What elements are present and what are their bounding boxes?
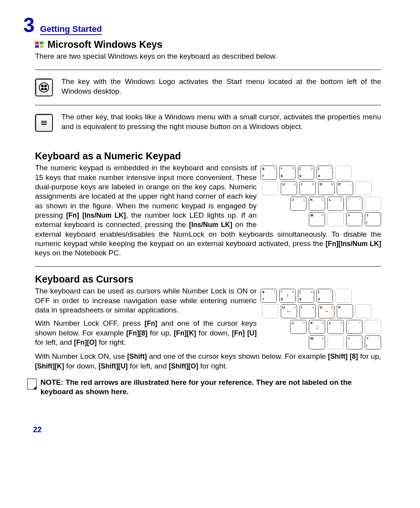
section-title-cursors: Keyboard as Cursors [35, 274, 381, 285]
menu-key-icon [35, 114, 53, 132]
keycap [355, 181, 372, 195]
keycap [327, 335, 344, 349]
keycap: M0 [309, 212, 325, 226]
keypad-figure-2: &77*88↑(99)*0U4←I5O6→P-J1K2↓L3:+;M0>..?/… [261, 289, 381, 349]
section-title-windows-keys: Microsoft Windows Keys [35, 39, 381, 50]
keycap [262, 304, 278, 318]
keycap: J1 [290, 320, 306, 334]
keycap: L3 [327, 320, 344, 334]
section-title-numeric-keypad: Keyboard as a Numeric Keypad [35, 150, 381, 162]
manual-page: 3 Getting Started Microsoft Windows Keys… [0, 0, 420, 508]
svg-rect-5 [44, 85, 47, 87]
keycap: :+; [346, 320, 362, 334]
section3-p3: With Number Lock ON, use [Shift] and one… [35, 352, 381, 371]
note-block: NOTE: The red arrows are illustrated her… [23, 378, 381, 396]
windows-logo-key-row: The key with the Windows Logo activates … [35, 77, 381, 96]
keycap: >.. [346, 212, 362, 226]
keycap: P- [337, 304, 353, 318]
page-number: 22 [33, 425, 42, 434]
keycap: &77 [261, 166, 277, 180]
keycap [335, 289, 352, 303]
divider [35, 266, 381, 267]
note-icon [27, 379, 37, 389]
menu-key-desc: The other key, that looks like a Windows… [61, 112, 381, 131]
chapter-number: 3 [23, 15, 35, 35]
keycap [355, 304, 372, 318]
keycap [365, 197, 381, 211]
svg-rect-2 [35, 45, 39, 48]
section1-intro: There are two special Windows keys on th… [35, 52, 381, 61]
keycap: I5 [299, 181, 316, 195]
keypad-figure-1: &77*88(99)*0U4I5O6P-J1K2L3:+;M0>..?// [261, 166, 381, 226]
keycap: P- [337, 181, 353, 195]
keycap: :+; [346, 197, 362, 211]
keycap: L3 [327, 197, 344, 211]
svg-rect-7 [44, 88, 47, 90]
keycap [262, 181, 278, 195]
windows-logo-key-desc: The key with the Windows Logo activates … [61, 77, 381, 96]
svg-rect-4 [41, 85, 44, 87]
keycap: I5 [299, 304, 316, 318]
section2-body: &77*88(99)*0U4I5O6P-J1K2L3:+;M0>..?// Th… [35, 163, 381, 258]
keycap: *88↑ [279, 289, 296, 303]
keycap: &77 [261, 289, 277, 303]
keycap: ?// [365, 335, 381, 349]
note-text: NOTE: The red arrows are illustrated her… [40, 378, 381, 396]
chapter-title: Getting Started [40, 24, 102, 34]
section3-body: &77*88↑(99)*0U4←I5O6→P-J1K2↓L3:+;M0>..?/… [35, 286, 381, 371]
divider [35, 105, 381, 105]
keycap: (99 [298, 289, 314, 303]
keycap: K2 [309, 197, 325, 211]
keycap: )*0 [317, 289, 333, 303]
divider [35, 70, 381, 70]
svg-rect-3 [40, 45, 44, 48]
keycap: J1 [290, 197, 306, 211]
svg-rect-0 [35, 42, 39, 44]
keycap: ?// [365, 212, 381, 226]
menu-key-row: The other key, that looks like a Windows… [35, 112, 381, 132]
svg-rect-1 [40, 42, 44, 44]
keycap: (99 [298, 166, 314, 180]
keycap: O6→ [318, 304, 334, 318]
keycap [365, 320, 381, 334]
chapter-header: 3 Getting Started [23, 15, 381, 35]
keycap: U4 [281, 181, 297, 195]
section-title-text: Microsoft Windows Keys [47, 39, 163, 50]
keycap: O6 [318, 181, 334, 195]
windows-logo-key-icon [35, 79, 53, 96]
keycap [327, 212, 344, 226]
keycap: )*0 [317, 166, 333, 180]
keycap: M0 [309, 335, 325, 349]
keycap: *88 [279, 166, 296, 180]
keycap: U4← [281, 304, 297, 318]
keycap [335, 166, 352, 180]
windows-flag-icon [35, 42, 44, 48]
keycap: K2↓ [309, 320, 325, 334]
keycap: >.. [346, 335, 362, 349]
svg-rect-6 [41, 88, 44, 90]
